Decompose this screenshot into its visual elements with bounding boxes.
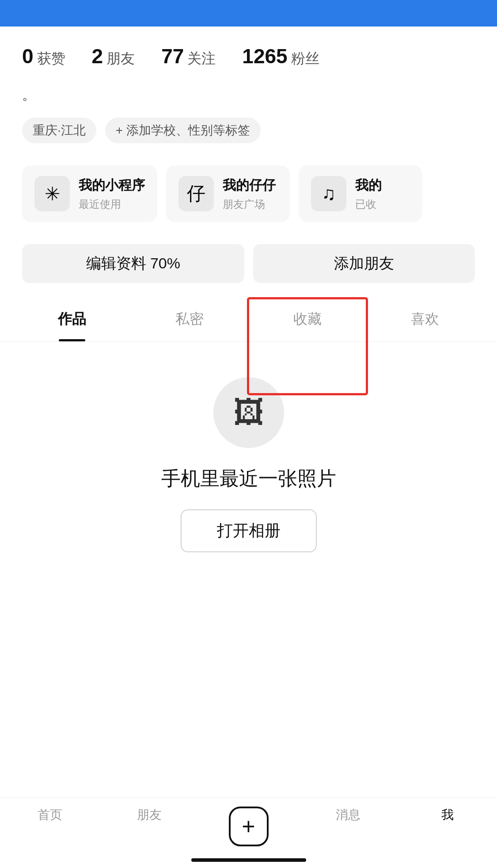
home-indicator <box>191 858 306 862</box>
stat-item: 1265粉丝 <box>242 44 319 69</box>
mini-app-info: 我的 已收 <box>355 176 382 211</box>
content-area: 🖼 手机里最近一张照片 打开相册 <box>0 342 497 570</box>
mini-apps-row: ✳ 我的小程序 最近使用 仔 我的仔仔 朋友广场 ♫ 我的 已收 <box>0 157 497 231</box>
tab-item-作品[interactable]: 作品 <box>13 296 131 341</box>
nav-label: 我 <box>441 807 454 823</box>
mini-app-sub: 朋友广场 <box>223 197 276 211</box>
mini-app-icon: ✳ <box>34 176 70 211</box>
stat-number: 2 <box>92 44 103 68</box>
stat-number: 1265 <box>242 44 287 68</box>
mini-app-info: 我的仔仔 朋友广场 <box>223 176 276 211</box>
tag-add[interactable]: + 添加学校、性别等标签 <box>105 118 261 143</box>
stat-number: 77 <box>161 44 184 68</box>
action-buttons: 编辑资料 70%添加朋友 <box>0 231 497 296</box>
stat-label: 朋友 <box>106 49 135 69</box>
tabs-row: 作品私密收藏喜欢 <box>0 296 497 342</box>
photo-icon: 🖼 <box>233 395 264 430</box>
nav-item-我[interactable]: 我 <box>398 807 497 823</box>
bio-area: 。 <box>0 82 497 113</box>
bottom-nav: 首页朋友+消息我 <box>0 797 497 868</box>
mini-app-sub: 最近使用 <box>79 197 145 211</box>
mini-app-name: 我的小程序 <box>79 176 145 195</box>
action-button[interactable]: 添加朋友 <box>253 244 475 283</box>
open-album-button[interactable]: 打开相册 <box>181 509 317 552</box>
mini-app-card[interactable]: 仔 我的仔仔 朋友广场 <box>166 165 290 222</box>
mini-app-card[interactable]: ✳ 我的小程序 最近使用 <box>22 165 157 222</box>
nav-item-消息[interactable]: 消息 <box>298 807 398 823</box>
nav-item-+[interactable]: + <box>199 807 298 846</box>
mini-app-icon: 仔 <box>178 176 214 211</box>
stat-item: 77关注 <box>161 44 216 69</box>
action-button[interactable]: 编辑资料 70% <box>22 244 244 283</box>
stat-label: 关注 <box>187 49 216 69</box>
mini-app-icon: ♫ <box>311 176 346 211</box>
tag-badge: 重庆·江北 <box>22 118 96 143</box>
nav-label: 朋友 <box>137 807 162 823</box>
stat-label: 粉丝 <box>291 49 319 69</box>
stat-item: 2朋友 <box>92 44 135 69</box>
nav-item-首页[interactable]: 首页 <box>0 807 99 823</box>
tab-item-私密[interactable]: 私密 <box>131 296 248 341</box>
nav-item-朋友[interactable]: 朋友 <box>99 807 199 823</box>
recent-photo-text: 手机里最近一张照片 <box>161 466 336 492</box>
mini-app-info: 我的小程序 最近使用 <box>79 176 145 211</box>
header-bar <box>0 0 497 27</box>
mini-app-name: 我的仔仔 <box>223 176 276 195</box>
mini-app-sub: 已收 <box>355 197 382 211</box>
mini-app-card[interactable]: ♫ 我的 已收 <box>299 165 422 222</box>
tab-item-收藏[interactable]: 收藏 <box>249 296 366 341</box>
bio-dot: 。 <box>22 88 35 102</box>
tab-item-喜欢[interactable]: 喜欢 <box>366 296 484 341</box>
stat-item: 0获赞 <box>22 44 65 69</box>
nav-add-button[interactable]: + <box>229 807 269 846</box>
nav-label: 消息 <box>336 807 360 823</box>
stats-row: 0获赞2朋友77关注1265粉丝 <box>0 27 497 82</box>
stat-label: 获赞 <box>37 49 65 69</box>
tags-row: 重庆·江北+ 添加学校、性别等标签 <box>0 113 497 157</box>
stat-number: 0 <box>22 44 34 68</box>
nav-label: 首页 <box>38 807 62 823</box>
mini-app-name: 我的 <box>355 176 382 195</box>
photo-placeholder: 🖼 <box>213 377 284 448</box>
